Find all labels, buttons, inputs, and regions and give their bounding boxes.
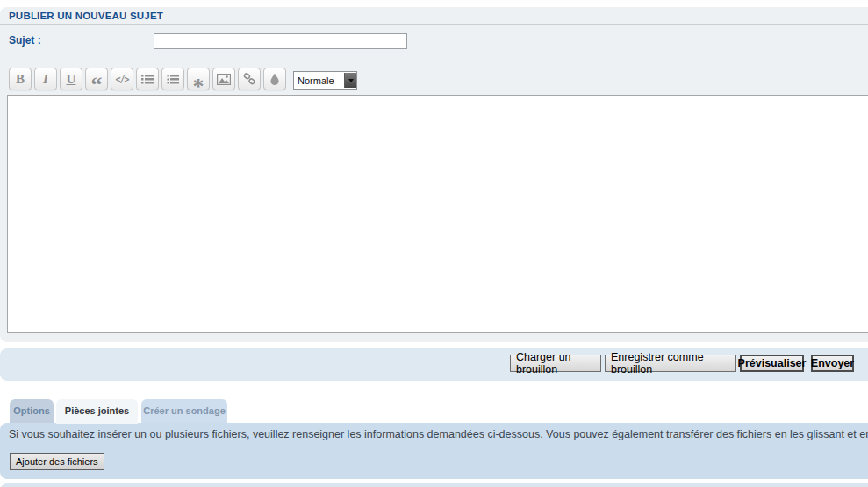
ordered-list-icon [167, 74, 179, 84]
editor-toolbar: B I U “ </> [9, 68, 289, 90]
load-draft-button[interactable]: Charger un brouillon [510, 355, 601, 372]
page-title: PUBLIER UN NOUVEAU SUJET [9, 11, 163, 21]
select-arrow-icon [344, 73, 356, 88]
underline-button[interactable]: U [60, 68, 82, 90]
quote-icon: “ [91, 81, 103, 90]
list-item-button[interactable]: * [187, 68, 210, 90]
code-button[interactable]: </> [111, 68, 133, 90]
link-icon [243, 73, 256, 85]
save-draft-button[interactable]: Enregistrer comme brouillon [605, 355, 736, 372]
next-section-edge [0, 483, 868, 487]
font-color-icon [269, 73, 280, 85]
new-topic-page: PUBLIER UN NOUVEAU SUJET Sujet : B I U “… [0, 0, 868, 487]
send-button[interactable]: Envoyer [811, 355, 854, 372]
ordered-list-button[interactable] [161, 68, 184, 90]
quote-button[interactable]: “ [85, 68, 108, 90]
tab-attachments[interactable]: Pièces jointes [56, 399, 138, 424]
format-select[interactable]: Normale [293, 71, 357, 90]
format-select-value: Normale [294, 75, 344, 86]
preview-button[interactable]: Prévisualiser [740, 355, 804, 372]
message-editor[interactable] [7, 95, 868, 333]
tab-options[interactable]: Options [10, 399, 54, 423]
unordered-list-button[interactable] [136, 68, 159, 90]
bold-button[interactable]: B [9, 68, 32, 90]
code-icon: </> [115, 75, 128, 84]
header-divider [0, 24, 868, 25]
bold-icon: B [16, 72, 25, 87]
underline-icon: U [67, 72, 76, 87]
italic-button[interactable]: I [34, 68, 57, 90]
insert-image-button[interactable] [212, 68, 235, 90]
image-icon [217, 74, 231, 85]
attachments-info-text: Si vous souhaitez insérer un ou plusieur… [9, 428, 868, 440]
subject-input[interactable] [154, 33, 407, 49]
subject-label: Sujet : [9, 34, 41, 47]
tab-create-poll[interactable]: Créer un sondage [141, 399, 227, 423]
insert-link-button[interactable] [238, 68, 261, 90]
font-color-button[interactable] [263, 68, 286, 90]
list-item-icon: * [193, 82, 204, 91]
unordered-list-icon [141, 74, 154, 84]
italic-icon: I [43, 72, 48, 87]
add-files-button[interactable]: Ajouter des fichiers [10, 453, 104, 470]
